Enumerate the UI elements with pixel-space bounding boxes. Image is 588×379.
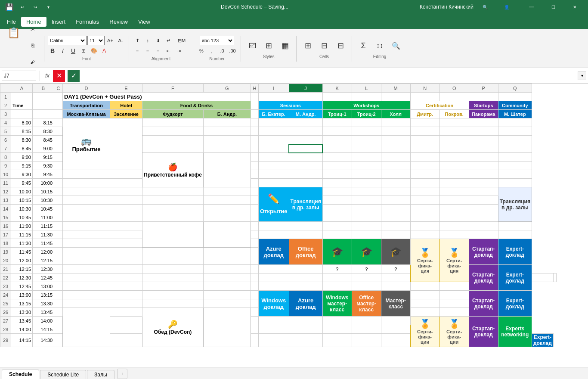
cell-D14[interactable]: [63, 205, 110, 213]
cell-E10[interactable]: [110, 170, 142, 179]
cell-C26[interactable]: [54, 308, 63, 317]
cell-D15[interactable]: [63, 213, 110, 222]
cell-J17[interactable]: [289, 230, 322, 239]
cell-I18[interactable]: Azureдоклад: [258, 239, 289, 265]
align-left-btn[interactable]: ≡: [133, 46, 142, 56]
cell-N2[interactable]: Certification: [410, 101, 469, 110]
cell-Q8[interactable]: [498, 153, 532, 162]
cell-H27[interactable]: [251, 317, 258, 325]
cell-D17[interactable]: [63, 230, 110, 239]
cell-E20[interactable]: [110, 256, 142, 265]
cell-Q21[interactable]: Expert-доклад: [498, 265, 532, 291]
cell-P4[interactable]: [469, 118, 498, 127]
cell-C7[interactable]: [54, 144, 63, 153]
cell-E22[interactable]: [110, 273, 142, 282]
cell-P13[interactable]: [469, 196, 498, 205]
cell-P21[interactable]: Стартап-доклад: [469, 265, 498, 291]
cell-P7[interactable]: [469, 144, 498, 153]
cell-B15[interactable]: 11:00: [33, 213, 54, 222]
cell-D26[interactable]: [63, 308, 110, 347]
cell-O10[interactable]: [439, 170, 469, 179]
cell-J7[interactable]: [289, 144, 322, 153]
cell-I17[interactable]: [258, 230, 289, 239]
row-header-6[interactable]: 6: [0, 136, 11, 144]
col-header-M[interactable]: M: [381, 84, 410, 93]
cell-D18[interactable]: [63, 239, 110, 248]
cell-D25[interactable]: [63, 299, 110, 308]
cell-M29[interactable]: [381, 334, 410, 347]
tab-schedule-lite[interactable]: Schedule Lite: [40, 370, 86, 379]
cell-C19[interactable]: [54, 248, 63, 256]
cell-G5[interactable]: [203, 127, 251, 136]
cell-M3[interactable]: Холл: [381, 110, 410, 118]
cell-L3[interactable]: Троиц-2: [352, 110, 381, 118]
cell-O27[interactable]: 🏅 Серти-фика-ции: [439, 317, 469, 347]
cell-H22[interactable]: [251, 273, 258, 282]
cell-O11[interactable]: [439, 179, 469, 187]
cell-A12[interactable]: 10:00: [11, 187, 33, 196]
cell-N14[interactable]: [410, 205, 439, 213]
cell-Q7[interactable]: [498, 144, 532, 153]
cell-A4[interactable]: 8:00: [11, 118, 33, 127]
cell-B28[interactable]: 14:15: [33, 325, 54, 334]
cell-H4[interactable]: [251, 118, 258, 127]
cell-N17[interactable]: [410, 230, 439, 239]
cell-I7[interactable]: [258, 144, 289, 153]
cell-C29[interactable]: [54, 334, 63, 347]
cell-C9[interactable]: [54, 162, 63, 170]
cell-M14[interactable]: [381, 205, 410, 213]
cell-C18[interactable]: [54, 239, 63, 248]
cancel-input-btn[interactable]: ✕: [53, 70, 65, 82]
cell-N22[interactable]: [532, 273, 553, 282]
cell-O4[interactable]: [439, 118, 469, 127]
cell-H5[interactable]: [251, 127, 258, 136]
align-middle-btn[interactable]: ↕: [143, 36, 152, 45]
cell-B25[interactable]: 13:30: [33, 299, 54, 308]
cell-M8[interactable]: [381, 153, 410, 162]
cell-G22[interactable]: [203, 273, 251, 282]
cell-O24[interactable]: [439, 291, 469, 299]
col-header-N[interactable]: N: [410, 84, 439, 93]
row-header-28[interactable]: 28: [0, 325, 11, 334]
cell-F21[interactable]: [142, 265, 204, 273]
cell-P6[interactable]: [469, 136, 498, 144]
formula-expand-btn[interactable]: ▾: [578, 71, 586, 80]
cell-F25[interactable]: [142, 299, 204, 308]
cell-E26[interactable]: [110, 308, 142, 317]
cell-N11[interactable]: [410, 179, 439, 187]
search-icon[interactable]: 🔍: [475, 0, 495, 14]
cell-A5[interactable]: 8:15: [11, 127, 33, 136]
cell-K2[interactable]: Workshops: [322, 101, 410, 110]
quick-access-more[interactable]: ▾: [42, 0, 54, 14]
font-family-select[interactable]: Calibri: [48, 36, 87, 45]
row-header-27[interactable]: 27: [0, 317, 11, 325]
cell-D19[interactable]: [63, 248, 110, 256]
cell-I9[interactable]: [258, 162, 289, 170]
cell-H3[interactable]: [251, 110, 258, 118]
cell-O26[interactable]: [439, 308, 469, 317]
cell-H17[interactable]: [251, 230, 258, 239]
row-header-9[interactable]: 9: [0, 162, 11, 170]
row-header-10[interactable]: 10: [0, 170, 11, 179]
decrease-indent-btn[interactable]: ⇤: [164, 46, 173, 56]
cell-G3[interactable]: Б. Андр.: [203, 110, 251, 118]
cell-L4[interactable]: [352, 118, 381, 127]
cell-J27[interactable]: [289, 317, 322, 325]
cell-A15[interactable]: 10:45: [11, 213, 33, 222]
cell-C2[interactable]: [54, 101, 63, 110]
cell-E16[interactable]: [110, 222, 142, 230]
cell-K22[interactable]: [322, 273, 352, 282]
formula-input[interactable]: [81, 72, 576, 79]
row-header-29[interactable]: 29: [0, 334, 11, 347]
cell-A17[interactable]: 11:15: [11, 230, 33, 239]
cell-H26[interactable]: [251, 308, 258, 317]
cell-E12[interactable]: [110, 187, 142, 196]
align-top-btn[interactable]: ⬆: [133, 36, 142, 45]
font-size-select[interactable]: 11: [87, 36, 105, 45]
cell-C8[interactable]: [54, 153, 63, 162]
cell-H16[interactable]: [251, 222, 258, 230]
cell-B21[interactable]: 12:30: [33, 265, 54, 273]
cell-J28[interactable]: [289, 325, 322, 334]
cell-K12[interactable]: [322, 187, 352, 196]
cell-H23[interactable]: [251, 282, 258, 291]
